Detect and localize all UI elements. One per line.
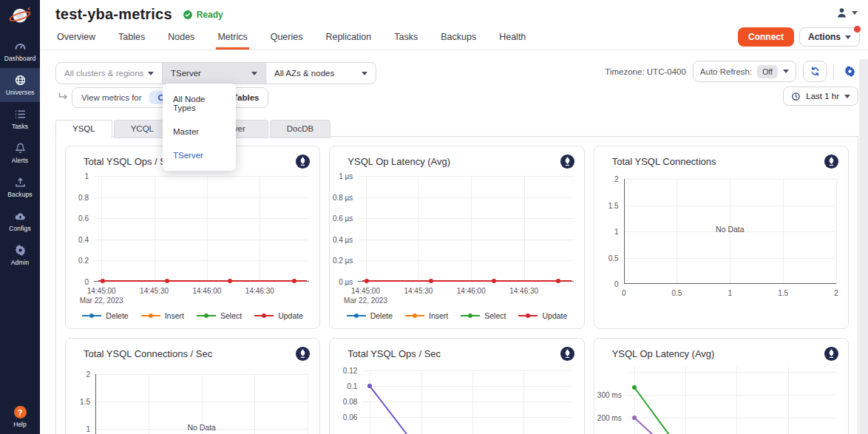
node-type-select[interactable]: TServer — [162, 63, 266, 84]
legend-item-insert[interactable]: Insert — [141, 311, 184, 320]
tab-replication[interactable]: Replication — [324, 26, 373, 50]
sidebar-item-backups[interactable]: Backups — [0, 170, 40, 204]
azs-nodes-select[interactable]: All AZs & nodes — [266, 63, 376, 84]
y-tick-label: 0.6 µs — [333, 214, 353, 223]
sidebar-item-tasks[interactable]: Tasks — [0, 102, 40, 136]
data-point — [367, 384, 372, 388]
y-tick-label: 0 — [614, 280, 619, 288]
plot-area: 2 1.5 1 No Data — [95, 374, 308, 434]
alerts-bell-icon — [14, 142, 27, 155]
sidebar-item-label: Alerts — [12, 157, 28, 164]
status-label: Ready — [197, 10, 223, 20]
x-tick-label: 14:46:30 — [509, 287, 538, 295]
chart-card-total-ysql-connections-sec: Total YSQL Connections / Sec 2 1.5 1 No … — [65, 338, 320, 434]
data-point — [429, 279, 433, 283]
auto-refresh-control[interactable]: Auto Refresh: Off — [693, 61, 796, 82]
sidebar-item-label: Tasks — [12, 123, 28, 130]
y-tick-label: 0.12 — [343, 367, 357, 375]
legend-swatch — [82, 315, 101, 316]
tab-metrics[interactable]: Metrics — [216, 26, 248, 50]
y-tick-label: 1.5 — [80, 398, 90, 406]
dashboard-gauge-icon — [14, 40, 27, 52]
menu-item-all-node-types[interactable]: All Node Types — [163, 87, 236, 120]
legend-item-update[interactable]: Update — [254, 311, 303, 320]
x-tick-label: 14:45:30 — [404, 287, 433, 295]
sidebar-item-admin[interactable]: Admin — [0, 238, 40, 272]
data-point — [492, 279, 496, 283]
y-tick-label: 0.8 — [78, 193, 89, 201]
legend-item-delete[interactable]: Delete — [347, 311, 393, 320]
chevron-down-icon — [362, 72, 367, 75]
legend-item-delete[interactable]: Delete — [82, 311, 128, 320]
x-tick-label: 1.5 — [778, 289, 788, 297]
chart-card-total-ysql-connections: Total YSQL Connections 2 1.5 1 0.5 0 No … — [594, 146, 849, 329]
chart-title: YSQL Op Latency (Avg) — [612, 348, 715, 359]
y-tick-label: 1 — [86, 425, 90, 433]
tasks-list-icon — [14, 108, 27, 121]
main-area: test-yba-metrics Ready Overview Tables N… — [40, 0, 868, 434]
connect-button[interactable]: Connect — [738, 27, 794, 47]
sidebar-item-universes[interactable]: Universes — [0, 68, 40, 102]
sidebar-item-alerts[interactable]: Alerts — [0, 136, 40, 170]
refresh-icon — [810, 66, 821, 77]
sidebar-item-dashboard[interactable]: Dashboard — [0, 34, 40, 68]
legend-item-select[interactable]: Select — [461, 311, 506, 320]
toolbar-divider — [833, 64, 834, 80]
admin-gear-icon — [14, 244, 27, 257]
time-range-value: Last 1 hr — [806, 92, 839, 101]
tab-tables[interactable]: Tables — [117, 26, 146, 50]
menu-item-master[interactable]: Master — [163, 120, 236, 143]
yugabyte-app-logo[interactable] — [0, 0, 40, 34]
clusters-regions-value: All clusters & regions — [64, 69, 143, 78]
chart-legend: Delete Insert Select Update — [66, 311, 319, 320]
plot-area: 0.12 0.1 0.08 0.06 — [362, 370, 572, 434]
y-tick-label: 0.8 µs — [333, 193, 353, 201]
chevron-down-icon — [845, 35, 851, 39]
no-data-label: No Data — [716, 225, 745, 234]
x-tick-label: 14:46:00 — [192, 287, 221, 295]
y-tick-label: 1 µs — [339, 172, 353, 180]
refresh-button[interactable] — [803, 61, 827, 82]
time-range-select[interactable]: Last 1 hr — [783, 87, 858, 106]
data-point — [632, 416, 637, 420]
menu-item-tserver[interactable]: TServer — [163, 143, 236, 167]
metric-tab-docdb[interactable]: DocDB — [270, 120, 330, 138]
auto-refresh-value: Off — [757, 65, 778, 78]
y-tick-label: 0 — [84, 278, 89, 286]
metric-tab-ysql[interactable]: YSQL — [55, 120, 112, 138]
actions-button[interactable]: Actions — [799, 27, 860, 47]
data-point — [632, 385, 637, 390]
tab-overview[interactable]: Overview — [55, 26, 97, 50]
legend-swatch — [254, 315, 274, 316]
y-axis-line — [95, 374, 96, 434]
sidebar-item-configs[interactable]: Configs — [0, 204, 40, 238]
tab-nodes[interactable]: Nodes — [166, 26, 196, 50]
timezone-label: Timezone: UTC-0400 — [605, 67, 686, 76]
x-tick-label: 14:46:00 — [457, 287, 486, 295]
legend-item-insert[interactable]: Insert — [405, 311, 448, 320]
y-tick-label: 1 — [614, 228, 619, 236]
series-update-flatline — [362, 280, 572, 282]
y-tick-label: 200 ms — [597, 414, 622, 422]
tab-tasks[interactable]: Tasks — [393, 26, 419, 50]
x-date-label: Mar 22, 2023 — [344, 296, 387, 305]
scrollbar[interactable] — [859, 59, 868, 434]
sidebar-item-help[interactable]: ? Help — [0, 406, 40, 428]
clock-icon — [791, 92, 801, 101]
clusters-regions-select[interactable]: All clusters & regions — [56, 63, 162, 84]
y-tick-label: 0.5 — [608, 254, 619, 262]
data-point — [556, 279, 560, 283]
tab-backups[interactable]: Backups — [439, 26, 478, 50]
tab-health[interactable]: Health — [498, 26, 527, 50]
sidebar-item-label: Configs — [9, 225, 31, 232]
metrics-settings-button[interactable] — [841, 63, 858, 81]
plot-area: 1 0.8 0.6 0.4 0.2 0 14:45:00Mar 22, 2023… — [94, 176, 309, 282]
legend-item-select[interactable]: Select — [197, 311, 242, 320]
y-tick-label: 0 µs — [339, 278, 353, 286]
chart-title: Total YSQL Ops / Sec — [347, 348, 441, 359]
y-tick-label: 1 — [84, 172, 89, 180]
user-profile-menu[interactable] — [835, 7, 858, 19]
legend-item-update[interactable]: Update — [518, 311, 567, 320]
x-tick-label: 0 — [622, 289, 626, 297]
tab-queries[interactable]: Queries — [269, 26, 305, 50]
